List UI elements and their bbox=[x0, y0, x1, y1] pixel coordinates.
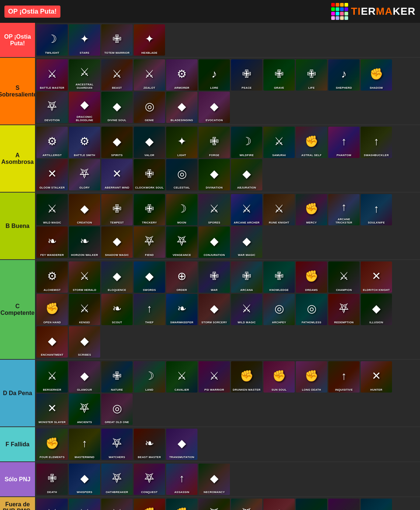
item-clockwork-soul[interactable]: ✙Clockwork Soul bbox=[134, 159, 165, 190]
item-fiend[interactable]: ⛧Fiend bbox=[134, 226, 165, 258]
item-alchemist[interactable]: ⚙Alchemist bbox=[36, 261, 68, 293]
item-mastermind[interactable]: ↑Mastermind bbox=[69, 429, 100, 460]
item-scout[interactable]: ❧Scout bbox=[101, 294, 133, 325]
item-divination[interactable]: ◆Divination bbox=[199, 159, 230, 190]
item-stars[interactable]: ✦Stars bbox=[69, 24, 100, 56]
item-twilight[interactable]: ☽Twilight bbox=[36, 24, 68, 56]
item-enchantment[interactable]: ◆Enchantment bbox=[36, 326, 68, 358]
item-open-hand[interactable]: ✊Open Hand bbox=[36, 294, 68, 325]
item-artillerist[interactable]: ⚙Artillerist bbox=[36, 127, 68, 158]
item-hexblade[interactable]: ✦Hexblade bbox=[134, 24, 165, 56]
item-bladesinging[interactable]: ◆Bladesinging bbox=[166, 92, 197, 123]
item-four-elements[interactable]: ✊Four Elements bbox=[36, 429, 68, 460]
item-necromancy[interactable]: ◆Necromancy bbox=[199, 464, 230, 495]
item-astral-self[interactable]: ✊Astral Self bbox=[296, 127, 327, 158]
item-drunken-master[interactable]: ✊Drunken Master bbox=[231, 361, 262, 393]
item-swords[interactable]: ◆Swords bbox=[134, 261, 165, 293]
item-glamour[interactable]: ◆Glamour bbox=[69, 361, 100, 393]
item-ancestral-guardian[interactable]: ⚔Ancestral Guardian bbox=[69, 59, 100, 91]
item-beast-master[interactable]: ❧Beast Master bbox=[134, 429, 165, 460]
item-eloquence[interactable]: ◆Eloquence bbox=[101, 261, 133, 293]
item-arcane-archer[interactable]: ⚔Arcane Archer bbox=[231, 194, 262, 225]
item-death[interactable]: ✙Death bbox=[36, 464, 68, 495]
item-swarmkeeper[interactable]: ❧Swarmkeeper bbox=[166, 294, 197, 325]
item-celestial[interactable]: ◎Celestial bbox=[166, 159, 197, 190]
item-storm-herald[interactable]: ⚔Storm Herald bbox=[69, 261, 100, 293]
item-totem-warrior[interactable]: ✙Totem Warrior bbox=[101, 24, 133, 56]
item-aberrant-mind[interactable]: ✕Aberrant Mind bbox=[101, 159, 133, 190]
item-shepherd[interactable]: ♪Shepherd bbox=[328, 59, 360, 91]
item-evocation[interactable]: ◆Evocation bbox=[199, 92, 230, 123]
item-grave[interactable]: ✙Grave bbox=[263, 59, 295, 91]
item-divine-soul[interactable]: ◆Divine Soul bbox=[101, 92, 133, 123]
item-wildfire[interactable]: ☽Wildfire bbox=[231, 127, 262, 158]
item-fathomless[interactable]: ◎Fathomless bbox=[296, 294, 327, 325]
item-wild-magic[interactable]: ⚔Wild Magic bbox=[231, 294, 262, 325]
item-transmutation[interactable]: ◆Transmutation bbox=[166, 429, 197, 460]
item-arcana[interactable]: ✙Arcana bbox=[231, 261, 262, 293]
item-shadow[interactable]: ✊Shadow bbox=[361, 59, 392, 91]
item-moon[interactable]: ☽Moon bbox=[166, 194, 197, 225]
item-graviturgy[interactable]: ◆Graviturgy bbox=[361, 499, 392, 510]
item-spores[interactable]: ⚔Spores bbox=[199, 194, 230, 225]
item-conjuration[interactable]: ◆Conjuration bbox=[199, 226, 230, 258]
item-open-sea[interactable]: ⛧Open Sea bbox=[231, 499, 262, 510]
item-watchers[interactable]: ⛧Watchers bbox=[101, 429, 133, 460]
item-armorer[interactable]: ⚙Armorer bbox=[166, 59, 197, 91]
item-abjuration[interactable]: ◆Abjuration bbox=[231, 159, 262, 190]
item-genie[interactable]: ◎Genie bbox=[134, 92, 165, 123]
item-crown[interactable]: ⛧Crown bbox=[199, 499, 230, 510]
item-order[interactable]: ⊕Order bbox=[166, 261, 197, 293]
item-vengeance[interactable]: ⛧Vengeance bbox=[166, 226, 197, 258]
item-rune-knight[interactable]: ⚔Rune Knight bbox=[263, 194, 295, 225]
item-undead[interactable]: ◎Undead bbox=[263, 499, 295, 510]
item-mercy[interactable]: ✊Mercy bbox=[296, 194, 327, 225]
item-assassin[interactable]: ↑Assassin bbox=[166, 464, 197, 495]
item-dreams[interactable]: ✊Dreams bbox=[296, 261, 327, 293]
item-scribes[interactable]: ◆Scribes bbox=[69, 326, 100, 358]
item-zealot[interactable]: ⚔Zealot bbox=[134, 59, 165, 91]
item-undying[interactable]: ↑Undying bbox=[296, 499, 327, 510]
item-great-old-one[interactable]: ◎Great Old One bbox=[101, 394, 133, 425]
item-trickery[interactable]: ✙Trickery bbox=[134, 194, 165, 225]
item-glory[interactable]: ⛧Glory bbox=[69, 159, 100, 190]
item-gunslinger[interactable]: ⚔Gunslinger bbox=[101, 499, 133, 510]
item-lore[interactable]: ♪Lore bbox=[199, 59, 230, 91]
item-fey-wanderer[interactable]: ❧Fey Wanderer bbox=[36, 226, 68, 258]
item-long-death[interactable]: ✊Long Death bbox=[296, 361, 327, 393]
item-archfey[interactable]: ◎Archfey bbox=[263, 294, 295, 325]
item-swashbuckler[interactable]: ↑Swashbuckler bbox=[361, 127, 392, 158]
item-storm-sorcery[interactable]: ◆Storm Sorcery bbox=[199, 294, 230, 325]
item-battlerager[interactable]: ⚔Battlerager bbox=[36, 499, 68, 510]
item-battle-master[interactable]: ⚔Battle Master bbox=[36, 59, 68, 91]
item-draconic-bloodline[interactable]: ◆Draconic Bloodline bbox=[69, 92, 100, 123]
item-inquisitive[interactable]: ↑Inquisitive bbox=[328, 361, 360, 393]
item-echo-knight[interactable]: ⚔Echo Knight bbox=[69, 499, 100, 510]
item-wild-magic[interactable]: ⚔Wild Magic bbox=[36, 194, 68, 225]
item-war-magic[interactable]: ◆War Magic bbox=[231, 226, 262, 258]
item-valor[interactable]: ◆Valor bbox=[134, 127, 165, 158]
item-eldritch-knight[interactable]: ✕Eldritch Knight bbox=[361, 261, 392, 293]
item-battle-smith[interactable]: ⚙Battle Smith bbox=[69, 127, 100, 158]
item-tempest[interactable]: ✙Tempest bbox=[101, 194, 133, 225]
item-chronurgy[interactable]: ◆Chronurgy bbox=[328, 499, 360, 510]
item-ancients[interactable]: ⛧Ancients bbox=[69, 394, 100, 425]
item-phantom[interactable]: ↑Phantom bbox=[328, 127, 360, 158]
item-whispers[interactable]: ◆Whispers bbox=[69, 464, 100, 495]
item-hunter[interactable]: ✕Hunter bbox=[361, 361, 392, 393]
item-conquest[interactable]: ⛧Conquest bbox=[134, 464, 165, 495]
item-peace[interactable]: ✙Peace bbox=[231, 59, 262, 91]
item-devotion[interactable]: ⛧Devotion bbox=[36, 92, 68, 123]
item-war[interactable]: ✙War bbox=[199, 261, 230, 293]
item-cobalt-soul[interactable]: ✊Cobalt Soul bbox=[166, 499, 197, 510]
item-monster-slayer[interactable]: ✕Monster Slayer bbox=[36, 394, 68, 425]
item-psi-warrior[interactable]: ⚔Psi Warrior bbox=[199, 361, 230, 393]
item-redemption[interactable]: ⛧Redemption bbox=[328, 294, 360, 325]
item-illusion[interactable]: ◆Illusion bbox=[361, 294, 392, 325]
item-cavalier[interactable]: ⚔Cavalier bbox=[166, 361, 197, 393]
item-kensei[interactable]: ⚔Kensei bbox=[69, 294, 100, 325]
item-gloom-stalker[interactable]: ✕Gloom Stalker bbox=[36, 159, 68, 190]
item-banneret--pdk-[interactable]: ✊Banneret (PDK) bbox=[134, 499, 165, 510]
item-life[interactable]: ✙Life bbox=[296, 59, 327, 91]
item-beast[interactable]: ⚔Beast bbox=[101, 59, 133, 91]
